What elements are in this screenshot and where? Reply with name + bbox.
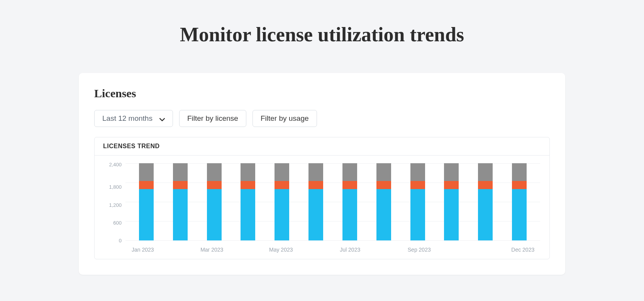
- y-tick-label: 600: [113, 220, 122, 225]
- bar-segment: [308, 163, 323, 181]
- bar-segment: [241, 189, 255, 240]
- bar-segment: [444, 181, 459, 189]
- bar[interactable]: [410, 163, 425, 240]
- bar-segment: [512, 163, 527, 181]
- bar-segment: [376, 163, 391, 181]
- bar[interactable]: [173, 163, 188, 240]
- date-range-label: Last 12 months: [102, 114, 153, 123]
- x-tick-label: May 2023: [269, 247, 293, 253]
- y-tick-label: 1,200: [109, 202, 122, 208]
- bar-segment: [512, 181, 527, 189]
- x-tick-label: Jan 2023: [132, 247, 154, 253]
- bar-segment: [308, 189, 323, 240]
- bar[interactable]: [376, 163, 391, 240]
- chevron-down-icon: [159, 116, 165, 121]
- bar[interactable]: [139, 163, 154, 240]
- licenses-trend-panel: LICENSES TREND 2,4001,8001,2006000 Jan 2…: [94, 137, 550, 259]
- x-tick-label: Dec 2023: [511, 247, 534, 253]
- bar-segment: [478, 163, 493, 181]
- y-tick-label: 0: [119, 238, 122, 244]
- chart-body: 2,4001,8001,2006000 Jan 2023Mar 2023May …: [95, 156, 549, 259]
- y-tick-label: 1,800: [109, 184, 122, 190]
- bar-segment: [173, 189, 188, 240]
- bar-segment: [444, 163, 459, 181]
- bar-segment: [410, 189, 425, 240]
- bar-segment: [342, 163, 357, 181]
- filter-by-usage-label: Filter by usage: [261, 114, 309, 123]
- bar[interactable]: [241, 163, 255, 240]
- filter-by-license-button[interactable]: Filter by license: [179, 110, 246, 127]
- controls-row: Last 12 months Filter by license Filter …: [94, 110, 550, 127]
- bar-segment: [342, 181, 357, 189]
- bar-segment: [241, 181, 255, 189]
- x-tick-label: Mar 2023: [200, 247, 223, 253]
- card-title: Licenses: [94, 87, 550, 100]
- bar-segment: [241, 163, 255, 181]
- page-title: Monitor license utilization trends: [0, 23, 644, 46]
- chart-panel-header: LICENSES TREND: [95, 137, 549, 156]
- bar-segment: [275, 189, 289, 240]
- bar-segment: [139, 189, 154, 240]
- licenses-card: Licenses Last 12 months Filter by licens…: [79, 73, 565, 275]
- bar[interactable]: [308, 163, 323, 240]
- x-tick-label: Sep 2023: [408, 247, 431, 253]
- x-tick-label: Jul 2023: [340, 247, 360, 253]
- bar[interactable]: [207, 163, 222, 240]
- bar-segment: [275, 181, 289, 189]
- bar-segment: [478, 189, 493, 240]
- bar[interactable]: [478, 163, 493, 240]
- filter-by-usage-button[interactable]: Filter by usage: [253, 110, 317, 127]
- bar-segment: [275, 163, 289, 181]
- filter-by-license-label: Filter by license: [187, 114, 238, 123]
- bar-segment: [207, 163, 222, 181]
- bar[interactable]: [444, 163, 459, 240]
- bar-segment: [308, 181, 323, 189]
- bar[interactable]: [275, 163, 289, 240]
- bar-segment: [376, 181, 391, 189]
- gridline: [125, 240, 540, 241]
- x-axis: Jan 2023Mar 2023May 2023Jul 2023Sep 2023…: [104, 247, 540, 254]
- bar-segment: [512, 189, 527, 240]
- bar-segment: [410, 181, 425, 189]
- bar[interactable]: [512, 163, 527, 240]
- bar-segment: [139, 181, 154, 189]
- bar-segment: [207, 181, 222, 189]
- bar-segment: [478, 181, 493, 189]
- y-tick-label: 2,400: [109, 162, 122, 167]
- bar[interactable]: [342, 163, 357, 240]
- bar-segment: [173, 163, 188, 181]
- y-axis: 2,4001,8001,2006000: [104, 163, 125, 240]
- bar-segment: [410, 163, 425, 181]
- bar-segment: [376, 189, 391, 240]
- bar-segment: [444, 189, 459, 240]
- bar-segment: [342, 189, 357, 240]
- date-range-dropdown[interactable]: Last 12 months: [94, 110, 173, 127]
- plot-area: [125, 163, 540, 240]
- bar-segment: [139, 163, 154, 181]
- bar-segment: [173, 181, 188, 189]
- bar-segment: [207, 189, 222, 240]
